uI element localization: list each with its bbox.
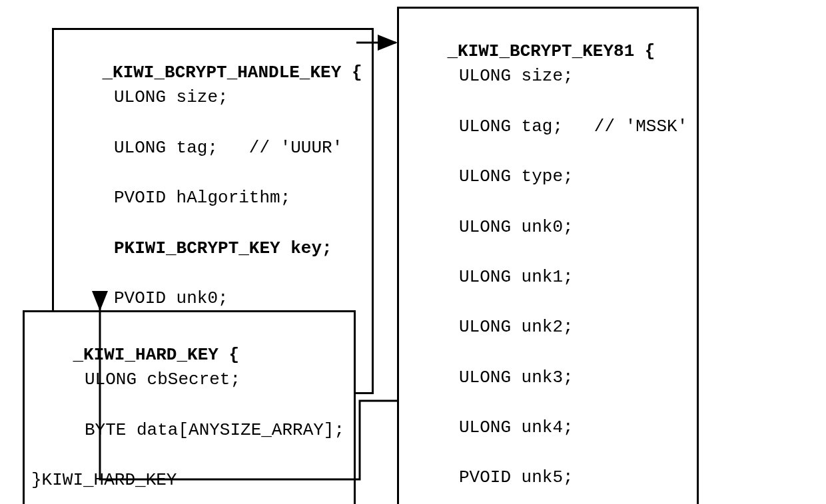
field: ULONG cbSecret; [31,368,344,393]
field: PVOID hAlgorithm; [61,186,362,211]
field: ULONG type; [406,164,687,190]
field: ULONG tag; // 'UUUR' [61,136,362,161]
field: ULONG size; [61,85,362,111]
field: ULONG unk0; [406,215,687,240]
struct-key81: _KIWI_BCRYPT_KEY81 { ULONG size; ULONG t… [397,7,699,504]
struct-hard-key: _KIWI_HARD_KEY { ULONG cbSecret; BYTE da… [23,310,356,504]
field: ULONG unk2; [406,315,687,340]
field: ULONG unk3; [406,366,687,391]
field-key-pointer: PKIWI_BCRYPT_KEY key; [61,236,362,262]
diagram-canvas: _KIWI_BCRYPT_HANDLE_KEY { ULONG size; UL… [0,0,826,504]
field: BYTE data[ANYSIZE_ARRAY]; [31,418,344,443]
field: PVOID unk0; [61,286,362,312]
field: ULONG unk1; [406,265,687,290]
struct-hard-key-open: _KIWI_HARD_KEY { [73,345,239,365]
field: ULONG unk4; [406,415,687,441]
struct-handle-key-open: _KIWI_BCRYPT_HANDLE_KEY { [102,63,362,83]
field: ULONG size; [406,64,687,89]
field: ULONG tag; // 'MSSK' [406,115,687,140]
field: PVOID unk5; [406,465,687,491]
struct-key81-open: _KIWI_BCRYPT_KEY81 { [447,41,655,61]
struct-hard-key-close: }KIWI_HARD_KEY [31,470,177,490]
